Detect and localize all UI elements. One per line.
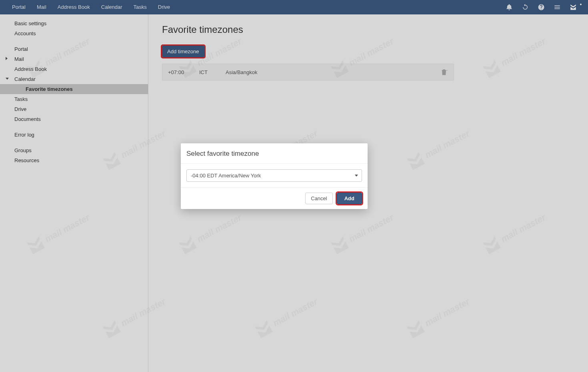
nav-right (506, 4, 582, 11)
chevron-down-icon (6, 78, 9, 80)
modal-footer: Cancel Add (181, 187, 368, 209)
top-navbar: Portal Mail Address Book Calendar Tasks … (0, 0, 588, 14)
sidebar-documents[interactable]: Documents (0, 114, 148, 124)
add-timezone-button[interactable]: Add timezone (162, 46, 204, 57)
sidebar-errorlog[interactable]: Error log (0, 130, 148, 140)
refresh-icon[interactable] (522, 4, 529, 11)
sidebar-resources[interactable]: Resources (0, 155, 148, 165)
nav-addressbook[interactable]: Address Book (52, 0, 96, 14)
tz-offset: +07:00 (168, 69, 199, 75)
menu-icon[interactable] (554, 4, 561, 11)
timezone-row[interactable]: +07:00 ICT Asia/Bangkok (162, 64, 454, 80)
select-timezone-modal: Select favorite timezone -04:00 EDT Amer… (181, 143, 368, 209)
add-button[interactable]: Add (337, 193, 362, 204)
nav-portal[interactable]: Portal (6, 0, 31, 14)
sidebar-tasks[interactable]: Tasks (0, 94, 148, 104)
sidebar-favorite-timezones[interactable]: Favorite timezones (0, 84, 148, 94)
sidebar-calendar[interactable]: Calendar (0, 74, 148, 84)
sidebar-item-label: Mail (14, 56, 24, 62)
timezone-select-wrap: -04:00 EDT America/New York (186, 169, 362, 182)
chevron-right-icon (6, 57, 8, 60)
sidebar-item-label: Calendar (14, 76, 36, 82)
modal-body: -04:00 EDT America/New York (181, 164, 368, 187)
help-icon[interactable] (538, 4, 545, 11)
nav-left: Portal Mail Address Book Calendar Tasks … (6, 0, 176, 14)
sidebar-basic-settings[interactable]: Basic settings (0, 18, 148, 28)
tz-abbr: ICT (199, 69, 226, 75)
nav-calendar[interactable]: Calendar (96, 0, 128, 14)
sidebar-drive[interactable]: Drive (0, 104, 148, 114)
timezone-select[interactable]: -04:00 EDT America/New York (186, 169, 362, 182)
sidebar-portal[interactable]: Portal (0, 44, 148, 54)
brand-dot-icon (580, 4, 582, 5)
page-title: Favorite timezones (162, 24, 574, 35)
sidebar-groups[interactable]: Groups (0, 145, 148, 155)
cancel-button[interactable]: Cancel (305, 193, 332, 204)
nav-tasks[interactable]: Tasks (128, 0, 152, 14)
settings-sidebar: Basic settings Accounts Portal Mail Addr… (0, 14, 148, 372)
sidebar-addressbook[interactable]: Address Book (0, 64, 148, 74)
sidebar-accounts[interactable]: Accounts (0, 28, 148, 38)
brand-logo-icon (570, 4, 577, 11)
nav-drive[interactable]: Drive (152, 0, 176, 14)
sidebar-mail[interactable]: Mail (0, 54, 148, 64)
timezone-list: +07:00 ICT Asia/Bangkok (162, 64, 454, 80)
nav-mail[interactable]: Mail (31, 0, 52, 14)
trash-icon[interactable] (440, 68, 448, 76)
tz-name: Asia/Bangkok (226, 69, 440, 75)
bell-icon[interactable] (506, 4, 513, 11)
modal-title: Select favorite timezone (181, 143, 368, 164)
